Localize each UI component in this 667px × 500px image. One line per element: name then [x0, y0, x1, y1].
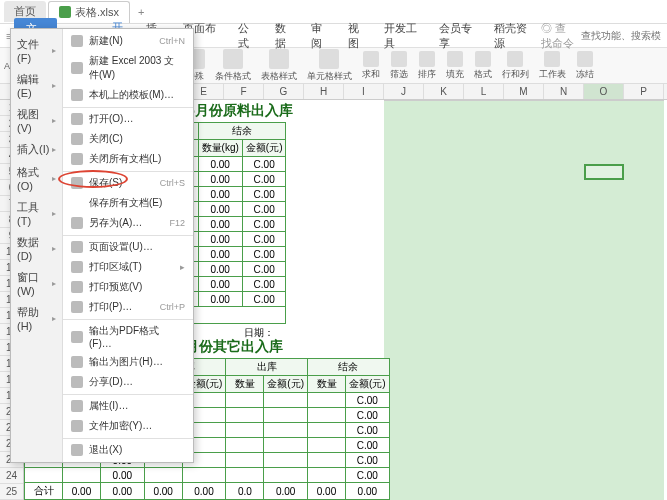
file-menu-cat-4[interactable]: 格式(O)▸ [11, 161, 62, 196]
row-header-24[interactable]: 24 [0, 468, 23, 484]
file-menu-item-3[interactable]: 打开(O)… [63, 107, 193, 129]
search-input[interactable] [581, 30, 661, 41]
fill-button[interactable]: 填充 [444, 50, 466, 82]
search-box[interactable]: ◎ 查找命令 [541, 21, 661, 51]
file-menu-item-2[interactable]: 本机上的模板(M)… [63, 85, 193, 105]
row-col-button[interactable]: 行和列 [500, 50, 531, 82]
file-menu-item-11[interactable]: 打印预览(V) [63, 277, 193, 297]
col-header-N[interactable]: N [544, 84, 584, 99]
col-header-K[interactable]: K [424, 84, 464, 99]
table-format-button[interactable]: 表格样式 [259, 48, 299, 84]
cell-format-button[interactable]: 单元格样式 [305, 48, 354, 84]
filter-button[interactable]: 筛选 [388, 50, 410, 82]
freeze-button[interactable]: 冻结 [574, 50, 596, 82]
file-menu-cat-8[interactable]: 帮助(H)▸ [11, 301, 62, 336]
file-menu-cat-6[interactable]: 数据(D)▸ [11, 231, 62, 266]
menu-item-icon [71, 89, 83, 101]
cond-format-button[interactable]: 条件格式 [213, 48, 253, 84]
menu-item-icon [71, 35, 83, 47]
menu-item-icon [71, 376, 83, 388]
file-menu-item-17[interactable]: 文件加密(Y)… [63, 416, 193, 436]
menu-item-icon [71, 400, 83, 412]
file-menu-item-0[interactable]: 新建(N)Ctrl+N [63, 31, 193, 51]
file-menu-item-16[interactable]: 属性(I)… [63, 394, 193, 416]
menu-item-icon [71, 444, 83, 456]
menu-item-icon [71, 261, 83, 273]
file-menu-item-5[interactable]: 关闭所有文档(L) [63, 149, 193, 169]
menu-item-icon [71, 356, 83, 368]
tab-resource[interactable]: 稻壳资源 [486, 18, 539, 54]
file-menu-cat-7[interactable]: 窗口(W)▸ [11, 266, 62, 301]
file-menu-item-9[interactable]: 页面设置(U)… [63, 235, 193, 257]
col-header-O[interactable]: O [584, 84, 624, 99]
file-menu-cat-1[interactable]: 编辑(E)▸ [11, 68, 62, 103]
menu-item-icon [71, 133, 83, 145]
table1-hdr-bal: 结余 [198, 123, 286, 140]
file-menu-item-12[interactable]: 打印(P)…Ctrl+P [63, 297, 193, 317]
col-header-I[interactable]: I [344, 84, 384, 99]
tab-devtools[interactable]: 开发工具 [376, 18, 429, 54]
sort-button[interactable]: 排序 [416, 50, 438, 82]
file-menu-cat-5[interactable]: 工具(T)▸ [11, 196, 62, 231]
tab-member[interactable]: 会员专享 [431, 18, 484, 54]
menu-item-icon [71, 62, 83, 74]
menu-item-icon [71, 420, 83, 432]
file-menu-categories: 文件(F)▸编辑(E)▸视图(V)▸插入(I)▸格式(O)▸工具(T)▸数据(D… [11, 29, 63, 462]
menu-item-icon [71, 301, 83, 313]
search-hint: ◎ 查找命令 [541, 21, 577, 51]
row-header-25[interactable]: 25 [0, 484, 23, 500]
table2-h3: 结余 [308, 359, 390, 376]
menu-item-icon [71, 281, 83, 293]
file-menu-item-13[interactable]: 输出为PDF格式(F)… [63, 319, 193, 352]
menu-item-icon [71, 153, 83, 165]
col-header-H[interactable]: H [304, 84, 344, 99]
file-menu-cat-3[interactable]: 插入(I)▸ [11, 138, 62, 161]
file-menu-item-10[interactable]: 打印区域(T)▸ [63, 257, 193, 277]
file-menu-item-15[interactable]: 分享(D)… [63, 372, 193, 392]
file-menu-cat-2[interactable]: 视图(V)▸ [11, 103, 62, 138]
file-menu-item-8[interactable]: 另存为(A)…F12 [63, 213, 193, 233]
col-header-F[interactable]: F [224, 84, 264, 99]
sheet-button[interactable]: 工作表 [537, 50, 568, 82]
file-menu-item-18[interactable]: 退出(X) [63, 438, 193, 460]
file-menu-item-7[interactable]: 保存所有文档(E) [63, 193, 193, 213]
file-menu-item-1[interactable]: 新建 Excel 2003 文件(W) [63, 51, 193, 85]
menu-item-icon [71, 113, 83, 125]
col-header-M[interactable]: M [504, 84, 544, 99]
col-header-G[interactable]: G [264, 84, 304, 99]
col-header-J[interactable]: J [384, 84, 424, 99]
format-button[interactable]: 格式 [472, 50, 494, 82]
col-header-L[interactable]: L [464, 84, 504, 99]
file-menu-item-6[interactable]: 保存(S)Ctrl+S [63, 171, 193, 193]
menu-item-icon [71, 331, 83, 343]
menu-item-icon [71, 217, 83, 229]
file-menu-dropdown: 文件(F)▸编辑(E)▸视图(V)▸插入(I)▸格式(O)▸工具(T)▸数据(D… [10, 28, 194, 463]
spreadsheet-icon [59, 6, 71, 18]
sum-button[interactable]: 求和 [360, 50, 382, 82]
table2-h2: 出库 [226, 359, 308, 376]
file-menu-item-14[interactable]: 输出为图片(H)… [63, 352, 193, 372]
menu-item-icon [71, 177, 83, 189]
file-menu-items: 新建(N)Ctrl+N新建 Excel 2003 文件(W)本机上的模板(M)…… [63, 29, 193, 462]
new-tab-button[interactable]: + [132, 6, 150, 18]
menu-item-icon [71, 241, 83, 253]
file-menu-item-4[interactable]: 关闭(C) [63, 129, 193, 149]
col-header-P[interactable]: P [624, 84, 664, 99]
file-menu-cat-0[interactable]: 文件(F)▸ [11, 33, 62, 68]
